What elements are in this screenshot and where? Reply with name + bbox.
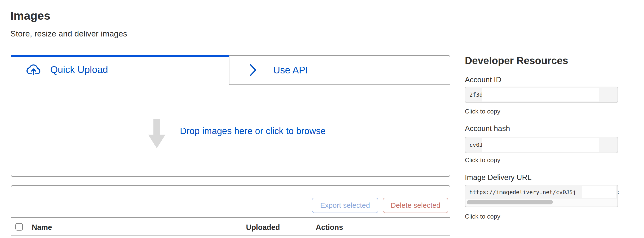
redacted-url-fragment: : (616, 185, 620, 199)
images-page: Images Store, resize and deliver images … (0, 0, 644, 238)
tab-use-api-label: Use API (273, 65, 308, 75)
dropzone-label[interactable]: Drop images here or click to browse (180, 126, 326, 137)
account-id-copy-hint[interactable]: Click to copy (465, 108, 500, 115)
redaction-overlay (582, 186, 616, 198)
delivery-url-copy-hint[interactable]: Click to copy (465, 213, 500, 220)
column-header-uploaded: Uploaded (246, 223, 280, 232)
toolbar-divider (11, 217, 450, 218)
images-table-panel: Export selected Delete selected Name Upl… (11, 185, 450, 238)
page-subtitle: Store, resize and deliver images (10, 29, 127, 38)
header-divider (11, 235, 450, 236)
scrollbar-thumb[interactable] (467, 200, 553, 204)
active-tab-indicator (11, 55, 229, 57)
page-title: Images (10, 10, 50, 22)
horizontal-scrollbar[interactable] (466, 199, 617, 206)
delete-selected-button[interactable]: Delete selected (383, 198, 448, 213)
redaction-overlay (482, 88, 599, 102)
chevron-right-icon (250, 64, 257, 76)
export-selected-button[interactable]: Export selected (312, 198, 378, 213)
arrow-down-icon-head (148, 135, 166, 148)
redaction-overlay (482, 138, 599, 152)
developer-resources-title: Developer Resources (465, 56, 568, 66)
account-hash-label: Account hash (465, 124, 510, 133)
tab-quick-upload[interactable]: Quick Upload (11, 58, 228, 85)
select-all-checkbox[interactable] (16, 223, 23, 231)
account-hash-copy-hint[interactable]: Click to copy (465, 157, 500, 164)
delivery-url-label: Image Delivery URL (465, 173, 532, 182)
tab-quick-upload-label: Quick Upload (50, 65, 108, 74)
column-header-name: Name (32, 223, 52, 232)
account-id-label: Account ID (465, 76, 502, 84)
cloud-upload-icon (26, 64, 42, 75)
tab-use-api[interactable]: Use API (229, 55, 450, 85)
arrow-down-icon (154, 119, 160, 135)
column-header-actions: Actions (316, 223, 343, 232)
